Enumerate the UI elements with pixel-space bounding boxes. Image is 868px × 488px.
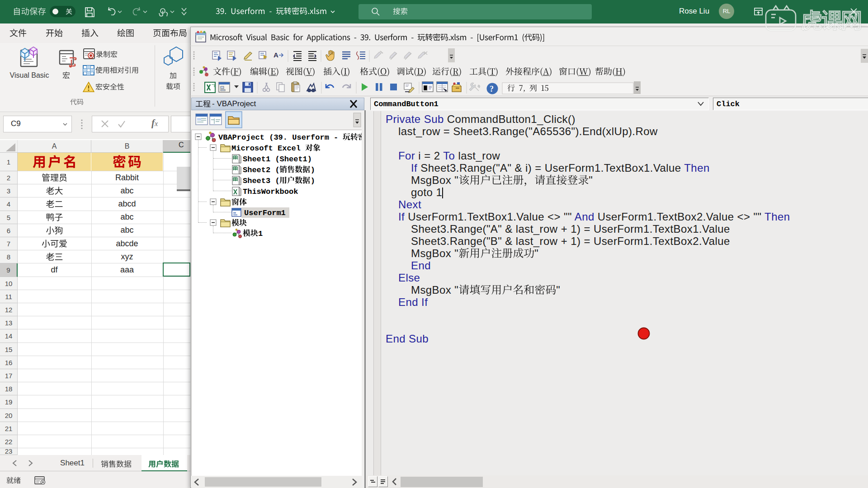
svg-text:?: ? bbox=[490, 84, 494, 94]
svg-text:A: A bbox=[274, 51, 278, 59]
